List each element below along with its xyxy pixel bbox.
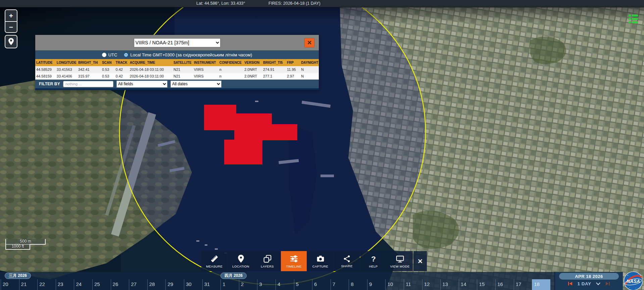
toolbar-button-capture[interactable]: CAPTURE [307,251,333,271]
month-pill-march: 三月 2026 [5,273,31,279]
timeline-day-30[interactable]: 30 [184,279,202,290]
timeline-day-22[interactable]: 22 [37,279,56,290]
timeline-day-25[interactable]: 25 [92,279,111,290]
column-header-confidence[interactable]: CONFIDENCE [218,59,243,66]
toolbar-label: LAYERS [261,264,274,268]
fire-table-body: 44.5852933.41563342.410.530.422026-04-18… [35,66,319,80]
column-header-latitude[interactable]: LATITUDE [35,59,56,66]
popup-close-button[interactable]: ✕ [304,38,314,47]
table-cell: 277.1 [262,73,286,80]
toolbar-close-button[interactable]: ✕ [413,251,427,271]
timeline-day-10[interactable]: 10 [385,279,404,290]
timeline-day-3[interactable]: 3 [257,279,276,290]
toolbar-button-share[interactable]: SHARE [334,251,360,271]
table-cell: 44.58159 [35,73,56,80]
timeline-day-14[interactable]: 14 [459,279,477,290]
column-header-longitude[interactable]: LONGITUDE [56,59,77,66]
timeline-day-6[interactable]: 6 [312,279,331,290]
question-icon: ? [369,254,378,263]
table-cell: 315.97 [77,73,101,80]
toolbar-button-measure[interactable]: MEASURE [201,251,227,271]
current-date-pill[interactable]: APR 18 2026 [559,273,619,280]
timeline-day-7[interactable]: 7 [331,279,349,290]
table-cell: VIIRS [193,66,218,73]
toolbar-button-location[interactable]: LOCATION [228,251,254,271]
timeline-day-15[interactable]: 15 [477,279,495,290]
timeline-day-21[interactable]: 21 [19,279,38,290]
local-time-radio-option[interactable]: Local Time GMT+0300 (за східноєвропейськ… [124,52,252,57]
table-row[interactable]: 44.5815933.41406315.970.530.422026-04-18… [35,73,319,80]
table-cell: N [300,66,319,73]
interval-select[interactable]: 1 DAY [577,281,591,286]
timeline-day-13[interactable]: 13 [440,279,459,290]
zoom-out-button[interactable]: − [5,21,17,32]
svg-text:?: ? [371,254,376,263]
table-row[interactable]: 44.5852933.41563342.410.530.422026-04-18… [35,66,319,73]
column-header-acquire_time[interactable]: ACQUIRE_TIME [129,59,172,66]
column-header-scan[interactable]: SCAN [101,59,115,66]
table-cell: 2026-04-18 03:11:00 [129,66,172,73]
timeline-day-12[interactable]: 12 [422,279,441,290]
ruler-icon [210,254,219,263]
toolbar-button-help[interactable]: ? HELP [360,251,386,271]
monitor-icon [396,254,404,263]
timeline-day-27[interactable]: 27 [129,279,147,290]
timeline-day-1[interactable]: 1 [220,279,239,290]
column-header-instrument[interactable]: INSTRUMENT [193,59,218,66]
svg-text:NASA: NASA [627,279,640,284]
scale-bar: 500 m 1000 ft [5,239,46,250]
utc-radio-option[interactable]: UTC [102,52,117,57]
timeline-day-24[interactable]: 24 [74,279,92,290]
toolbar-button-layers[interactable]: LAYERS [254,251,280,271]
filter-fields-select[interactable]: All fields [116,81,167,88]
status-bar: Lat: 44.586°, Lon: 33.433° FIRES: 2026-0… [0,0,644,7]
timeline-day-4[interactable]: 4 [276,279,294,290]
column-header-bright_ti5[interactable]: BRIGHT_TI5 [262,59,286,66]
timeline-day-31[interactable]: 31 [202,279,221,290]
radio-selected-icon[interactable] [124,53,128,57]
column-header-version[interactable]: VERSION [243,59,262,66]
scale-imperial: 1000 ft [5,244,30,250]
timeline-day-26[interactable]: 26 [111,279,129,290]
timeline-day-29[interactable]: 29 [165,279,184,290]
dataset-select[interactable]: VIIRS / NOAA-21 [375m] [134,38,220,47]
filter-text-input[interactable] [63,81,113,87]
column-header-frp[interactable]: FRP [286,59,300,66]
toolbar-label: TIMELINE [286,264,301,268]
column-header-bright_ti4[interactable]: BRIGHT_TI4 [77,59,101,66]
fire-detection-polygon[interactable] [270,124,297,140]
zoom-in-button[interactable]: + [5,10,17,21]
column-header-track[interactable]: TRACK [115,59,129,66]
step-forward-icon[interactable] [605,281,610,286]
table-cell: n [218,66,243,73]
radio-icon[interactable] [102,53,106,57]
timeline-days: 2021222324252627282930311234567891011121… [1,279,550,290]
fire-detection-polygon[interactable] [204,105,236,130]
table-cell: n [218,73,243,80]
timeline-day-11[interactable]: 11 [404,279,422,290]
chevron-down-icon[interactable] [596,282,601,286]
timeline-day-18[interactable]: 18 [532,279,550,290]
nasa-logo: NASA [624,271,643,290]
timeline-day-5[interactable]: 5 [294,279,312,290]
fire-detections-table: LATITUDELONGITUDEBRIGHT_TI4SCANTRACKACQU… [35,59,319,80]
timeline-day-17[interactable]: 17 [514,279,532,290]
toolbar-button-timeline[interactable]: TIMELINE [281,251,307,271]
marker-tool-button[interactable] [5,35,17,48]
fire-detection-polygon[interactable] [234,113,272,140]
timeline-day-28[interactable]: 28 [147,279,166,290]
grid-overlay-icon[interactable] [627,13,639,25]
table-cell: 44.58529 [35,66,56,73]
timeline-day-9[interactable]: 9 [367,279,386,290]
timeline-day-2[interactable]: 2 [239,279,257,290]
timeline-day-20[interactable]: 20 [1,279,19,290]
filter-dates-select[interactable]: All dates [170,81,221,88]
timeline-day-16[interactable]: 16 [495,279,514,290]
column-header-daynight[interactable]: DAYNIGHT [300,59,319,66]
step-back-icon[interactable] [567,281,573,286]
toolbar-button-view-mode[interactable]: VIEW MODE [387,251,413,271]
timeline-day-23[interactable]: 23 [56,279,74,290]
fire-detection-polygon[interactable] [224,140,262,164]
column-header-satellite[interactable]: SATELLITE [172,59,193,66]
timeline-day-8[interactable]: 8 [349,279,367,290]
